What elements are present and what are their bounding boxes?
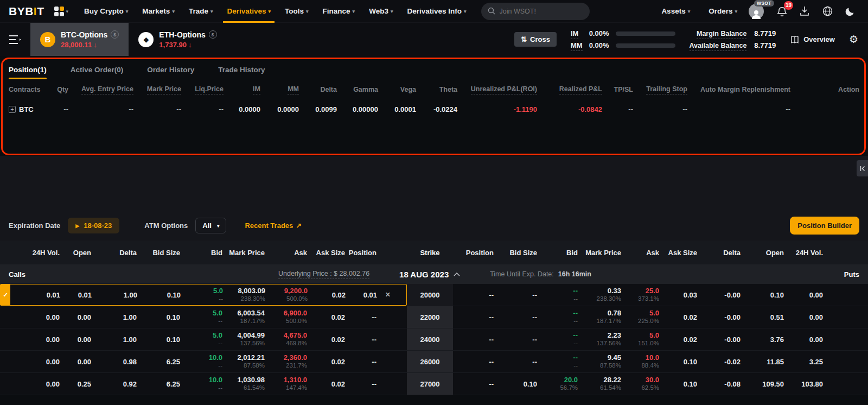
put-bid[interactable]: ----	[537, 287, 578, 302]
put-ask[interactable]: 30.062.5%	[621, 376, 659, 391]
call-ask[interactable]: 9,200.0500.0%	[265, 287, 308, 302]
calls-side: 0.00 0.00 0.98 6.25 10.0-- 2,012.2187.58…	[0, 351, 407, 372]
atm-options-value: All	[202, 222, 212, 230]
nav-item-finance[interactable]: Finance▾	[316, 0, 362, 23]
row-select-checkbox[interactable]: ✓	[1, 284, 10, 305]
tab-trade-history[interactable]: Trade History	[218, 58, 265, 81]
overview-button[interactable]: Overview	[790, 35, 835, 44]
search-input[interactable]	[481, 3, 590, 20]
chevron-down-icon: ▾	[210, 9, 213, 14]
call-mark-price: 6,003.54187.17%	[222, 309, 265, 325]
position-row-btc: + BTC -- -- -- -- 0.0000 0.0000 0.0099 0…	[9, 98, 859, 120]
tab-position[interactable]: Position(1)	[9, 58, 47, 81]
put-delta: -0.00	[697, 291, 741, 299]
put-bid[interactable]: ----	[537, 331, 578, 347]
settings-gear-icon[interactable]: ⚙	[849, 33, 858, 46]
nav-item-orders[interactable]: Orders▾	[701, 0, 744, 23]
call-bid[interactable]: 5.0--	[181, 287, 223, 302]
call-bid-size: 0.10	[137, 313, 180, 321]
nav-item-tools[interactable]: Tools▾	[278, 0, 316, 23]
nav-item-buy-crypto[interactable]: Buy Crypto▾	[77, 0, 135, 23]
auto-margin-replenishment-value: --	[687, 105, 790, 113]
call-delta: 0.98	[91, 358, 137, 366]
overview-label: Overview	[803, 35, 835, 43]
option-chain-header: 24H Vol. Open Delta Bid Size Bid Mark Pr…	[0, 241, 868, 264]
atm-options-select[interactable]: All ▾	[195, 218, 226, 233]
download-app-button[interactable]	[795, 2, 814, 21]
tab-order-history[interactable]: Order History	[147, 58, 194, 81]
call-bid[interactable]: 10.0--	[180, 376, 222, 391]
recent-trades-link[interactable]: Recent Trades ↗	[245, 222, 302, 230]
nav-item-derivatives-info[interactable]: Derivatives Info▾	[400, 0, 473, 23]
bybit-logo[interactable]: BYBIT	[9, 5, 44, 18]
put-bid[interactable]: ----	[537, 353, 578, 369]
call-open: 0.00	[60, 358, 91, 366]
theme-toggle-button[interactable]	[841, 2, 859, 21]
price-down-icon: ↓	[188, 41, 192, 49]
positions-panel: Position(1) Active Order(0) Order Histor…	[0, 56, 868, 156]
logo-text: T	[37, 5, 44, 18]
call-mark-price: 1,030.9861.54%	[222, 376, 265, 391]
call-ask[interactable]: 1,310.0147.4%	[265, 376, 307, 391]
symbol-tab-eth-options[interactable]: ◆ ETH-Options$ 1,737.90↓	[129, 23, 227, 56]
put-mark-price: 0.78187.17%	[578, 309, 621, 325]
column-header: Delta	[697, 249, 741, 257]
put-delta: -0.02	[697, 358, 741, 366]
expiry-date-header[interactable]: 18 AUG 2023	[384, 270, 476, 279]
call-ask[interactable]: 4,675.0469.8%	[265, 331, 307, 347]
close-position-icon[interactable]: ×	[385, 290, 390, 299]
apps-menu-button[interactable]: ▾	[54, 7, 69, 16]
symbol-price: 1,737.90↓	[159, 41, 217, 49]
nav-item-assets[interactable]: Assets▾	[654, 0, 697, 23]
puts-side: -- -- ---- 2.23137.56% 5.0151.0% 0.02 -0…	[453, 328, 868, 350]
puts-side: -- -- ---- 0.78187.17% 5.0225.0% 0.02 -0…	[453, 306, 868, 328]
symbol-tab-btc-options[interactable]: B BTC-Options$ 28,000.11↓	[30, 23, 129, 56]
call-bid-size: 0.10	[137, 336, 180, 344]
search-icon	[488, 7, 495, 15]
column-header: Trailing Stop	[646, 85, 687, 94]
expand-row-icon[interactable]: +	[9, 106, 16, 113]
collapse-panel-button[interactable]	[857, 160, 868, 176]
account-avatar[interactable]: WSOT	[749, 4, 764, 19]
column-header: Delta	[91, 249, 137, 257]
im-cell-value: 0.0000	[224, 105, 260, 113]
put-bid[interactable]: 20.056.7%	[537, 376, 578, 391]
moon-icon	[845, 7, 855, 16]
call-bid[interactable]: 5.0--	[180, 331, 222, 347]
underlying-price[interactable]: Underlying Price : $ 28,002.76	[278, 270, 369, 279]
option-row-20000: ✓ 0.01 0.01 1.00 0.10 5.0-- 8,003.09238.…	[0, 284, 868, 306]
call-ask[interactable]: 2,360.0231.7%	[265, 353, 307, 369]
call-position: --	[345, 313, 376, 321]
nav-item-label: Trade	[189, 7, 208, 15]
markets-menu-button[interactable]	[0, 35, 30, 45]
atm-options-label: ATM Options	[144, 222, 188, 230]
put-open: 109.50	[741, 380, 784, 388]
expiration-date-chip[interactable]: ▶ 18-08-23	[68, 218, 119, 233]
nav-item-trade[interactable]: Trade▾	[182, 0, 220, 23]
unrealized-pnl-value: -1.1190	[457, 105, 537, 113]
put-bid-size: --	[494, 291, 537, 299]
trailing-stop-value: --	[633, 105, 687, 113]
call-bid[interactable]: 10.0--	[180, 353, 222, 369]
put-ask[interactable]: 10.088.4%	[621, 353, 659, 369]
realized-pnl-value: -0.0842	[537, 105, 602, 113]
call-bid[interactable]: 5.0--	[180, 309, 222, 325]
language-button[interactable]	[818, 2, 837, 21]
put-ask[interactable]: 25.0373.1%	[621, 287, 659, 302]
put-ask-size: 0.03	[659, 291, 697, 299]
put-ask[interactable]: 5.0151.0%	[621, 331, 659, 347]
notifications-button[interactable]: 19	[773, 2, 791, 21]
chevron-down-icon: ▾	[306, 9, 309, 14]
position-builder-button[interactable]: Position Builder	[790, 217, 859, 235]
put-bid[interactable]: ----	[537, 309, 578, 325]
tab-active-order[interactable]: Active Order(0)	[71, 58, 124, 81]
call-ask-size: 0.02	[307, 313, 345, 321]
call-ask[interactable]: 6,900.0500.0%	[265, 309, 307, 325]
nav-item-web3[interactable]: Web3▾	[362, 0, 400, 23]
im-label: IM	[571, 29, 578, 39]
put-ask[interactable]: 5.0225.0%	[621, 309, 659, 325]
nav-item-derivatives[interactable]: Derivatives▾	[220, 0, 278, 23]
margin-mode-button[interactable]: ⇅Cross	[514, 32, 557, 47]
nav-item-markets[interactable]: Markets▾	[135, 0, 182, 23]
nav-item-label: Assets	[661, 7, 685, 15]
